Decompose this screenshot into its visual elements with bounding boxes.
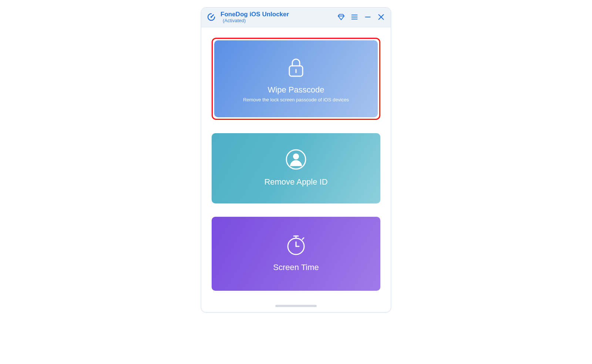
svg-line-17 [302,238,304,239]
close-icon[interactable] [377,13,386,21]
activation-status: (Activated) [223,18,289,24]
titlebar-left: FoneDog iOS Unlocker (Activated) [206,11,289,23]
app-logo-icon [206,11,217,23]
stopwatch-icon [284,233,308,257]
wipe-passcode-card[interactable]: Wipe Passcode Remove the lock screen pas… [214,40,378,117]
lock-icon [284,55,308,79]
svg-line-1 [212,15,213,16]
titlebar-controls [337,13,386,21]
user-icon [284,148,308,171]
minimize-icon[interactable] [363,13,372,21]
drag-handle[interactable] [275,305,317,307]
titlebar-title-group: FoneDog iOS Unlocker (Activated) [221,11,289,23]
remove-apple-id-title: Remove Apple ID [264,177,327,187]
main-content: Wipe Passcode Remove the lock screen pas… [201,27,391,302]
app-window: FoneDog iOS Unlocker (Activated) [201,7,391,313]
wipe-passcode-highlight: Wipe Passcode Remove the lock screen pas… [212,38,380,120]
bottom-handle-area [201,302,391,312]
titlebar: FoneDog iOS Unlocker (Activated) [201,8,391,27]
screen-time-card[interactable]: Screen Time [212,217,380,291]
menu-icon[interactable] [350,13,359,21]
wipe-passcode-title: Wipe Passcode [268,85,324,95]
screen-time-title: Screen Time [273,263,319,272]
svg-point-11 [293,154,299,159]
wipe-passcode-subtitle: Remove the lock screen passcode of iOS d… [243,97,349,102]
remove-apple-id-card[interactable]: Remove Apple ID [212,133,380,203]
diamond-icon[interactable] [337,13,346,21]
app-title: FoneDog iOS Unlocker [221,11,289,18]
